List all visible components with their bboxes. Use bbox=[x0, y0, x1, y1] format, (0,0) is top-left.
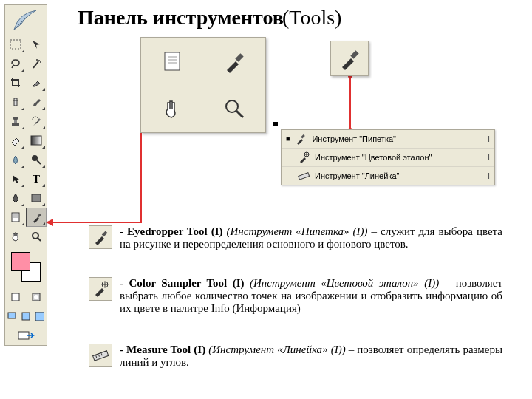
slice-tool[interactable] bbox=[26, 73, 47, 92]
svg-rect-45 bbox=[93, 351, 109, 361]
colorsampler-icon bbox=[89, 277, 112, 301]
lasso-tool[interactable] bbox=[5, 54, 26, 73]
flyout-item-colorsampler[interactable]: Инструмент "Цветовой эталон" I bbox=[282, 149, 494, 167]
quickmask-mode[interactable] bbox=[26, 287, 47, 307]
single-eyedropper-popup bbox=[330, 41, 369, 76]
desc-ital: (Инструмент «Пипетка» (I)) bbox=[226, 225, 371, 237]
svg-rect-40 bbox=[299, 173, 310, 180]
popup-cell-hand[interactable] bbox=[141, 85, 203, 132]
svg-line-2 bbox=[33, 61, 38, 68]
ruler-icon bbox=[89, 344, 112, 367]
svg-rect-6 bbox=[14, 98, 17, 106]
popup-cell-zoom[interactable] bbox=[203, 85, 265, 132]
eyedropper-flyout-menu: ■ Инструмент "Пипетка" I Инструмент "Цве… bbox=[281, 129, 495, 185]
zoom-tool[interactable] bbox=[26, 227, 47, 246]
arrow-line-3 bbox=[349, 76, 351, 129]
svg-rect-8 bbox=[12, 123, 19, 126]
svg-point-10 bbox=[13, 117, 18, 120]
active-bullet: ■ bbox=[286, 135, 290, 143]
dodge-tool[interactable] bbox=[26, 150, 47, 169]
svg-rect-35 bbox=[350, 50, 358, 58]
svg-line-20 bbox=[38, 238, 41, 241]
svg-rect-1 bbox=[10, 40, 21, 49]
popup-cell-eyedropper[interactable] bbox=[203, 38, 265, 85]
desc-text: - Measure Tool (I) (Инструмент «Линейка»… bbox=[120, 344, 502, 369]
svg-rect-36 bbox=[301, 134, 306, 139]
standard-mode[interactable] bbox=[5, 287, 26, 307]
svg-point-4 bbox=[36, 59, 38, 61]
gradient-tool[interactable] bbox=[26, 131, 47, 150]
healing-brush-tool[interactable] bbox=[5, 92, 26, 112]
desc-ruler: - Measure Tool (I) (Инструмент «Линейка»… bbox=[89, 344, 502, 369]
type-icon: T bbox=[33, 173, 40, 185]
notes-tool[interactable] bbox=[5, 208, 26, 227]
flyout-item-ruler[interactable]: Инструмент "Линейка" I bbox=[282, 167, 494, 185]
page-title: Панель инструментов(Tools) bbox=[78, 6, 341, 30]
jump-row bbox=[5, 326, 47, 345]
popup-cell-notes[interactable] bbox=[141, 38, 203, 85]
type-tool[interactable]: T bbox=[26, 169, 47, 188]
flyout-label: Инструмент "Пипетка" bbox=[312, 134, 483, 143]
move-tool[interactable] bbox=[26, 35, 47, 54]
brush-tool[interactable] bbox=[26, 92, 47, 112]
svg-rect-18 bbox=[37, 214, 41, 218]
marquee-tool[interactable] bbox=[5, 35, 26, 54]
title-suffix: (Tools) bbox=[282, 6, 341, 29]
svg-point-5 bbox=[40, 61, 41, 63]
shape-tool[interactable] bbox=[26, 188, 47, 208]
pen-tool[interactable] bbox=[5, 188, 26, 208]
svg-point-12 bbox=[32, 155, 38, 161]
desc-strong: - Eyedropper Tool (I) bbox=[120, 225, 226, 237]
svg-point-19 bbox=[33, 233, 38, 239]
desc-ital: (Инструмент «Линейка» (I)) bbox=[208, 344, 349, 355]
wand-tool[interactable] bbox=[26, 54, 47, 73]
path-select-tool[interactable] bbox=[5, 169, 26, 188]
crop-tool[interactable] bbox=[5, 73, 26, 92]
svg-rect-32 bbox=[235, 53, 243, 61]
jump-to[interactable] bbox=[5, 326, 47, 345]
flyout-label: Инструмент "Линейка" bbox=[315, 171, 483, 180]
svg-rect-27 bbox=[18, 332, 29, 339]
history-brush-tool[interactable] bbox=[26, 112, 47, 131]
screen-standard[interactable] bbox=[5, 307, 19, 326]
hand-tool[interactable] bbox=[5, 227, 26, 246]
svg-rect-11 bbox=[31, 136, 41, 145]
desc-strong: - Color Sampler Tool (I) bbox=[120, 277, 250, 289]
flyout-shortcut: I bbox=[488, 171, 490, 180]
flyout-item-eyedropper[interactable]: ■ Инструмент "Пипетка" I bbox=[282, 130, 494, 149]
desc-strong: - Measure Tool (I) bbox=[120, 344, 208, 355]
colorsampler-icon bbox=[297, 151, 310, 164]
color-swatches[interactable] bbox=[5, 246, 47, 287]
desc-text: - Eyedropper Tool (I) (Инструмент «Пипет… bbox=[120, 225, 502, 250]
palette-header bbox=[5, 5, 47, 35]
desc-colorsampler: - Color Sampler Tool (I) (Инструмент «Цв… bbox=[89, 277, 502, 315]
svg-rect-14 bbox=[32, 194, 41, 202]
arrow-line-1 bbox=[52, 222, 140, 223]
screen-full[interactable] bbox=[33, 307, 47, 326]
eyedropper-icon bbox=[294, 132, 307, 146]
svg-line-34 bbox=[236, 111, 243, 117]
tool-grid: T bbox=[5, 35, 47, 246]
tools-palette: T bbox=[4, 4, 47, 346]
blur-tool[interactable] bbox=[5, 150, 26, 169]
svg-line-13 bbox=[37, 160, 41, 164]
arrow-head-1 bbox=[46, 219, 53, 226]
stamp-tool[interactable] bbox=[5, 112, 26, 131]
svg-point-33 bbox=[226, 100, 238, 112]
svg-rect-25 bbox=[22, 313, 30, 320]
svg-rect-21 bbox=[12, 293, 19, 301]
desc-eyedropper: - Eyedropper Tool (I) (Инструмент «Пипет… bbox=[89, 225, 502, 250]
eyedropper-icon bbox=[336, 45, 363, 72]
eyedropper-icon bbox=[89, 225, 112, 249]
active-tool-marker bbox=[273, 122, 278, 126]
svg-rect-28 bbox=[165, 52, 180, 70]
feather-icon bbox=[11, 7, 41, 33]
eyedropper-tool[interactable] bbox=[26, 208, 47, 227]
eraser-tool[interactable] bbox=[5, 131, 26, 150]
svg-rect-41 bbox=[102, 231, 108, 236]
svg-point-3 bbox=[38, 60, 40, 61]
screen-full-menu[interactable] bbox=[19, 307, 33, 326]
foreground-color-swatch[interactable] bbox=[11, 252, 30, 271]
desc-ital: (Инструмент «Цветовой эталон» (I)) bbox=[250, 277, 445, 289]
mode-row-1 bbox=[5, 287, 47, 307]
